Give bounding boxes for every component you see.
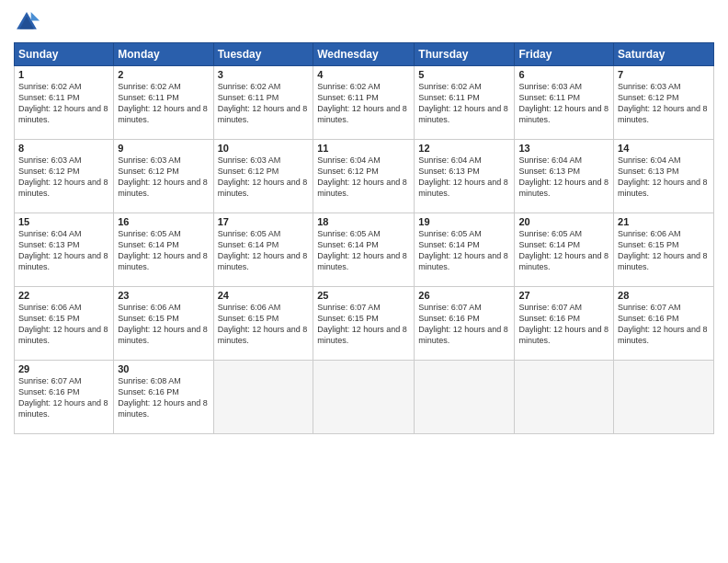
day-number: 10 [218, 143, 310, 154]
day-info: Sunrise: 6:03 AM Sunset: 6:12 PM Dayligh… [18, 155, 109, 200]
calendar-day-cell: 21 Sunrise: 6:06 AM Sunset: 6:15 PM Dayl… [614, 213, 714, 287]
calendar-day-cell: 20 Sunrise: 6:05 AM Sunset: 6:14 PM Dayl… [515, 213, 614, 287]
day-info: Sunrise: 6:05 AM Sunset: 6:14 PM Dayligh… [518, 228, 609, 273]
calendar-day-cell [415, 361, 515, 434]
day-info: Sunrise: 6:03 AM Sunset: 6:12 PM Dayligh… [118, 155, 209, 200]
day-number: 29 [18, 363, 109, 374]
day-number: 4 [317, 69, 410, 80]
day-number: 28 [618, 290, 710, 301]
calendar-day-cell: 2 Sunrise: 6:02 AM Sunset: 6:11 PM Dayli… [114, 66, 213, 140]
calendar-day-cell: 5 Sunrise: 6:02 AM Sunset: 6:11 PM Dayli… [415, 66, 515, 140]
day-info: Sunrise: 6:04 AM Sunset: 6:13 PM Dayligh… [418, 155, 510, 200]
weekday-header: Wednesday [313, 43, 415, 66]
day-number: 3 [218, 69, 310, 80]
day-number: 30 [118, 363, 209, 374]
day-number: 11 [317, 143, 410, 154]
calendar-day-cell: 27 Sunrise: 6:07 AM Sunset: 6:16 PM Dayl… [515, 287, 614, 361]
day-number: 23 [118, 290, 209, 301]
day-info: Sunrise: 6:04 AM Sunset: 6:13 PM Dayligh… [618, 155, 710, 200]
calendar-day-cell: 17 Sunrise: 6:05 AM Sunset: 6:14 PM Dayl… [213, 213, 313, 287]
day-number: 14 [618, 143, 710, 154]
day-number: 20 [518, 216, 609, 227]
calendar-day-cell: 24 Sunrise: 6:06 AM Sunset: 6:15 PM Dayl… [213, 287, 313, 361]
day-info: Sunrise: 6:04 AM Sunset: 6:13 PM Dayligh… [18, 228, 109, 273]
day-info: Sunrise: 6:02 AM Sunset: 6:11 PM Dayligh… [418, 81, 510, 126]
day-info: Sunrise: 6:05 AM Sunset: 6:14 PM Dayligh… [218, 228, 310, 273]
page-header [14, 9, 714, 35]
day-info: Sunrise: 6:02 AM Sunset: 6:11 PM Dayligh… [18, 81, 109, 126]
day-info: Sunrise: 6:08 AM Sunset: 6:16 PM Dayligh… [118, 375, 209, 420]
day-number: 9 [118, 143, 209, 154]
day-info: Sunrise: 6:02 AM Sunset: 6:11 PM Dayligh… [118, 81, 209, 126]
calendar-week-row: 29 Sunrise: 6:07 AM Sunset: 6:16 PM Dayl… [15, 361, 714, 434]
calendar-day-cell: 15 Sunrise: 6:04 AM Sunset: 6:13 PM Dayl… [15, 213, 114, 287]
day-number: 12 [418, 143, 510, 154]
calendar-day-cell: 23 Sunrise: 6:06 AM Sunset: 6:15 PM Dayl… [114, 287, 213, 361]
svg-marker-2 [31, 12, 40, 20]
day-info: Sunrise: 6:02 AM Sunset: 6:11 PM Dayligh… [317, 81, 410, 126]
calendar-table: SundayMondayTuesdayWednesdayThursdayFrid… [14, 42, 714, 434]
calendar-day-cell: 9 Sunrise: 6:03 AM Sunset: 6:12 PM Dayli… [114, 140, 213, 213]
day-number: 25 [317, 290, 410, 301]
calendar-day-cell: 1 Sunrise: 6:02 AM Sunset: 6:11 PM Dayli… [15, 66, 114, 140]
calendar-day-cell: 8 Sunrise: 6:03 AM Sunset: 6:12 PM Dayli… [15, 140, 114, 213]
calendar-day-cell: 29 Sunrise: 6:07 AM Sunset: 6:16 PM Dayl… [15, 361, 114, 434]
day-info: Sunrise: 6:04 AM Sunset: 6:12 PM Dayligh… [317, 155, 410, 200]
day-info: Sunrise: 6:05 AM Sunset: 6:14 PM Dayligh… [418, 228, 510, 273]
calendar-day-cell: 28 Sunrise: 6:07 AM Sunset: 6:16 PM Dayl… [614, 287, 714, 361]
weekday-header: Thursday [415, 43, 515, 66]
calendar-day-cell: 30 Sunrise: 6:08 AM Sunset: 6:16 PM Dayl… [114, 361, 213, 434]
day-info: Sunrise: 6:07 AM Sunset: 6:16 PM Dayligh… [618, 302, 710, 347]
weekday-header: Friday [515, 43, 614, 66]
day-number: 27 [518, 290, 609, 301]
calendar-day-cell: 11 Sunrise: 6:04 AM Sunset: 6:12 PM Dayl… [313, 140, 415, 213]
calendar-day-cell: 4 Sunrise: 6:02 AM Sunset: 6:11 PM Dayli… [313, 66, 415, 140]
calendar-day-cell: 13 Sunrise: 6:04 AM Sunset: 6:13 PM Dayl… [515, 140, 614, 213]
page-container: SundayMondayTuesdayWednesdayThursdayFrid… [0, 0, 728, 443]
weekday-header: Monday [114, 43, 213, 66]
calendar-day-cell: 14 Sunrise: 6:04 AM Sunset: 6:13 PM Dayl… [614, 140, 714, 213]
day-info: Sunrise: 6:06 AM Sunset: 6:15 PM Dayligh… [618, 228, 710, 273]
calendar-day-cell: 18 Sunrise: 6:05 AM Sunset: 6:14 PM Dayl… [313, 213, 415, 287]
day-number: 6 [518, 69, 609, 80]
day-info: Sunrise: 6:06 AM Sunset: 6:15 PM Dayligh… [218, 302, 310, 347]
calendar-day-cell: 22 Sunrise: 6:06 AM Sunset: 6:15 PM Dayl… [15, 287, 114, 361]
day-info: Sunrise: 6:03 AM Sunset: 6:12 PM Dayligh… [218, 155, 310, 200]
day-number: 8 [18, 143, 109, 154]
calendar-week-row: 22 Sunrise: 6:06 AM Sunset: 6:15 PM Dayl… [15, 287, 714, 361]
day-number: 21 [618, 216, 710, 227]
day-info: Sunrise: 6:07 AM Sunset: 6:16 PM Dayligh… [18, 375, 109, 420]
day-number: 26 [418, 290, 510, 301]
day-info: Sunrise: 6:07 AM Sunset: 6:16 PM Dayligh… [518, 302, 609, 347]
calendar-day-cell: 12 Sunrise: 6:04 AM Sunset: 6:13 PM Dayl… [415, 140, 515, 213]
weekday-header: Tuesday [213, 43, 313, 66]
day-info: Sunrise: 6:04 AM Sunset: 6:13 PM Dayligh… [518, 155, 609, 200]
calendar-week-row: 15 Sunrise: 6:04 AM Sunset: 6:13 PM Dayl… [15, 213, 714, 287]
day-number: 24 [218, 290, 310, 301]
day-number: 15 [18, 216, 109, 227]
day-number: 5 [418, 69, 510, 80]
calendar-week-row: 8 Sunrise: 6:03 AM Sunset: 6:12 PM Dayli… [15, 140, 714, 213]
day-number: 1 [18, 69, 109, 80]
day-number: 22 [18, 290, 109, 301]
day-number: 17 [218, 216, 310, 227]
calendar-day-cell: 3 Sunrise: 6:02 AM Sunset: 6:11 PM Dayli… [213, 66, 313, 140]
day-info: Sunrise: 6:05 AM Sunset: 6:14 PM Dayligh… [118, 228, 209, 273]
day-info: Sunrise: 6:06 AM Sunset: 6:15 PM Dayligh… [18, 302, 109, 347]
calendar-day-cell: 19 Sunrise: 6:05 AM Sunset: 6:14 PM Dayl… [415, 213, 515, 287]
day-info: Sunrise: 6:02 AM Sunset: 6:11 PM Dayligh… [218, 81, 310, 126]
weekday-header-row: SundayMondayTuesdayWednesdayThursdayFrid… [15, 43, 714, 66]
calendar-day-cell: 7 Sunrise: 6:03 AM Sunset: 6:12 PM Dayli… [614, 66, 714, 140]
day-number: 18 [317, 216, 410, 227]
calendar-day-cell [313, 361, 415, 434]
calendar-day-cell: 6 Sunrise: 6:03 AM Sunset: 6:11 PM Dayli… [515, 66, 614, 140]
weekday-header: Sunday [15, 43, 114, 66]
day-number: 7 [618, 69, 710, 80]
weekday-header: Saturday [614, 43, 714, 66]
day-info: Sunrise: 6:05 AM Sunset: 6:14 PM Dayligh… [317, 228, 410, 273]
calendar-day-cell: 26 Sunrise: 6:07 AM Sunset: 6:16 PM Dayl… [415, 287, 515, 361]
calendar-day-cell [614, 361, 714, 434]
day-number: 19 [418, 216, 510, 227]
day-info: Sunrise: 6:07 AM Sunset: 6:16 PM Dayligh… [418, 302, 510, 347]
day-number: 2 [118, 69, 209, 80]
